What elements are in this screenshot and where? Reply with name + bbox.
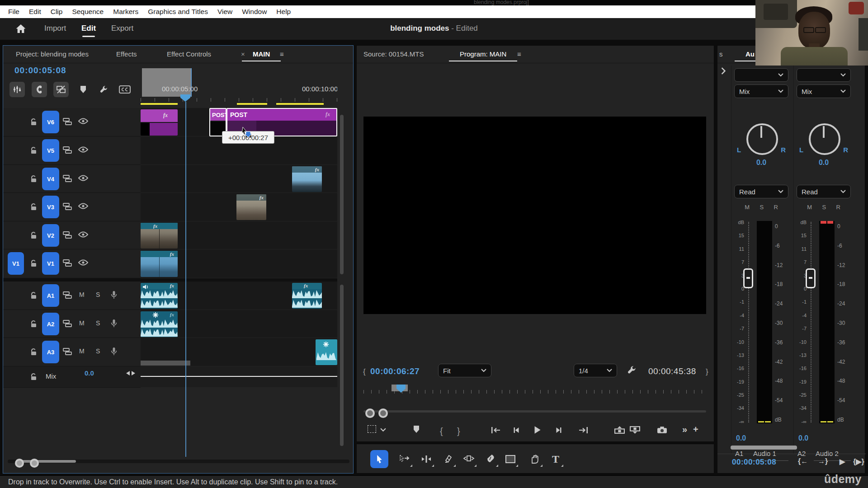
play-in-to-out-button[interactable]: {▶} [853, 457, 864, 466]
source-patch-icon[interactable] [63, 320, 72, 329]
snap-button[interactable] [32, 82, 47, 97]
channel-level-value[interactable]: 0.0 [736, 434, 746, 442]
source-patch-icon[interactable] [63, 348, 72, 357]
menu-window[interactable]: Window [242, 8, 267, 16]
solo-button[interactable]: S [96, 319, 100, 327]
tab-effects[interactable]: Effects [116, 50, 137, 58]
clip-v6-left[interactable]: fx [141, 109, 178, 136]
step-back-button[interactable] [513, 427, 520, 434]
program-video-frame[interactable] [363, 117, 706, 314]
lock-icon[interactable] [30, 203, 38, 213]
source-patch-icon[interactable] [63, 291, 72, 300]
eye-icon[interactable] [78, 231, 88, 239]
source-patch-icon[interactable] [63, 259, 72, 268]
menu-markers[interactable]: Markers [113, 8, 138, 16]
output-assign-select[interactable]: Mix [797, 84, 851, 98]
volume-fader-handle[interactable] [806, 268, 816, 288]
captions-button[interactable] [117, 82, 132, 97]
mark-in-button[interactable]: { [440, 426, 443, 436]
solo-button[interactable]: S [760, 204, 764, 211]
track-target-a2[interactable]: A2 [42, 313, 59, 335]
timeline-timecode[interactable]: 00:00:05:08 [14, 66, 66, 75]
keyframe-navigator-icon[interactable] [125, 370, 136, 378]
mute-button[interactable]: M [79, 291, 85, 298]
mic-icon[interactable] [111, 347, 117, 358]
program-position-timecode[interactable]: 00:00:06:27 [370, 366, 420, 376]
eye-icon[interactable] [78, 175, 88, 183]
eye-icon[interactable] [78, 118, 88, 126]
playback-resolution-select[interactable]: 1/4 [574, 364, 617, 377]
track-target-v1[interactable]: V1 [42, 252, 59, 275]
tab-fragment[interactable]: s [719, 50, 723, 58]
mix-volume-line[interactable] [141, 376, 337, 377]
track-target-a1[interactable]: A1 [42, 284, 59, 307]
timeline-ruler[interactable]: 00:00:05:00 00:00:10:00 [141, 66, 337, 108]
clip-a3[interactable] [316, 339, 337, 365]
add-marker-button[interactable] [75, 82, 91, 97]
menu-view[interactable]: View [217, 8, 232, 16]
source-patch-icon[interactable] [63, 118, 72, 127]
fader-track[interactable] [748, 222, 749, 422]
clip-a1-right[interactable]: fx [292, 283, 322, 309]
menu-clip[interactable]: Clip [51, 8, 63, 16]
mute-button[interactable]: M [745, 204, 750, 211]
razor-tool[interactable] [439, 450, 457, 468]
ripple-edit-tool[interactable] [417, 450, 435, 468]
go-to-in-button[interactable]: {← [798, 457, 808, 465]
button-editor-chevron-icon[interactable] [380, 428, 386, 432]
go-to-in-button[interactable] [490, 427, 501, 434]
track-target-v5[interactable]: V5 [42, 139, 59, 162]
eye-icon[interactable] [78, 203, 88, 211]
video-audio-divider[interactable] [3, 278, 337, 282]
eye-icon[interactable] [78, 259, 88, 267]
mic-icon[interactable] [111, 319, 117, 330]
source-patch-icon[interactable] [63, 203, 72, 212]
automation-mode-select[interactable]: Read [797, 185, 851, 198]
extract-button[interactable] [630, 426, 640, 434]
effects-slot-select[interactable] [797, 68, 851, 82]
lock-icon[interactable] [30, 291, 38, 301]
lock-icon[interactable] [30, 373, 38, 383]
hand-tool[interactable] [526, 450, 544, 468]
pan-value[interactable]: 0.0 [731, 159, 791, 167]
panel-menu-icon[interactable]: ≡ [517, 50, 521, 58]
source-patch-icon[interactable] [63, 146, 72, 155]
track-target-v3[interactable]: V3 [42, 196, 59, 218]
mute-button[interactable]: M [79, 347, 85, 355]
menu-edit[interactable]: Edit [29, 8, 41, 16]
mute-button[interactable]: M [79, 319, 85, 327]
add-marker-button[interactable] [413, 425, 420, 433]
clip-v1[interactable]: fx [141, 251, 178, 277]
lock-icon[interactable] [30, 320, 38, 330]
menu-file[interactable]: File [8, 8, 19, 16]
menu-sequence[interactable]: Sequence [72, 8, 104, 16]
mute-button[interactable]: M [807, 204, 812, 211]
lock-icon[interactable] [30, 146, 38, 156]
source-patch-icon[interactable] [63, 231, 72, 240]
tab-close-icon[interactable]: × [241, 50, 245, 58]
lock-icon[interactable] [30, 348, 38, 358]
lock-icon[interactable] [30, 118, 38, 128]
automation-mode-select[interactable]: Read [734, 185, 788, 198]
tab-effect-controls[interactable]: Effect Controls [167, 50, 211, 58]
track-target-v6[interactable]: V6 [42, 111, 59, 133]
lock-icon[interactable] [30, 259, 38, 269]
menu-graphics-titles[interactable]: Graphics and Titles [148, 8, 208, 16]
volume-fader-handle[interactable] [743, 268, 753, 288]
tab-sequence-main[interactable]: MAIN [253, 50, 270, 58]
type-tool[interactable]: T [547, 450, 565, 468]
panel-menu-icon[interactable]: ≡ [280, 50, 284, 58]
track-target-v4[interactable]: V4 [42, 168, 59, 190]
more-buttons-chevrons[interactable]: » [682, 424, 687, 435]
monitor-settings-icon[interactable] [627, 365, 637, 377]
mix-volume-value[interactable]: 0.0 [85, 369, 94, 377]
source-patch-v1[interactable]: V1 [8, 252, 24, 275]
mixer-timecode[interactable]: 00:00:05:08 [732, 458, 776, 467]
eye-icon[interactable] [78, 146, 88, 155]
lift-button[interactable] [614, 426, 625, 434]
track-target-v2[interactable]: V2 [42, 224, 59, 247]
nest-toggle-button[interactable] [9, 82, 25, 97]
output-assign-select[interactable]: Mix [734, 84, 788, 98]
clip-a1-left[interactable]: fx [141, 283, 178, 309]
mixer-hscrollbar[interactable] [731, 446, 797, 450]
